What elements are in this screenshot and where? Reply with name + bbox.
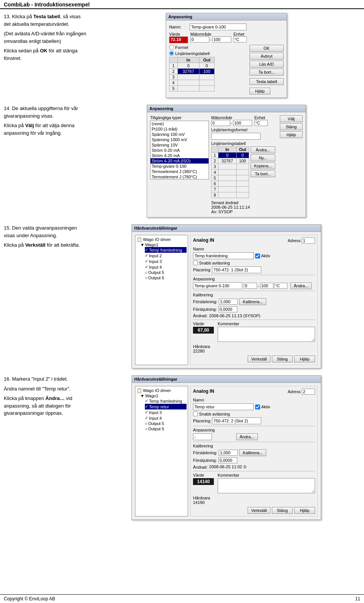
tree-item-16[interactable]: ✓ Input 4 bbox=[145, 415, 187, 421]
tree-item-16[interactable]: ○ Output 6 bbox=[145, 426, 187, 431]
tree-item-selected-15[interactable]: ✓ Temp framledning bbox=[145, 247, 187, 253]
unit-15[interactable] bbox=[274, 283, 287, 289]
dialog-titlebar-14: Anpassning bbox=[147, 105, 306, 112]
tree-item-15[interactable]: ○ Output 6 bbox=[145, 275, 187, 280]
kopiera-button-14[interactable]: Kopiera... bbox=[251, 162, 275, 169]
aktiv-check-16[interactable]: Aktiv bbox=[255, 405, 270, 409]
list-item[interactable]: Spänning 100 mV bbox=[151, 132, 209, 137]
list-item-selected[interactable]: Ström 4-20 mA (ISO) bbox=[151, 158, 209, 164]
placering-input-15[interactable] bbox=[212, 266, 261, 273]
anpassning-input-15[interactable] bbox=[193, 282, 242, 289]
step-14-para1: 14. De aktuella uppgifterna för vår giva… bbox=[4, 105, 87, 120]
forstark-input-16[interactable] bbox=[219, 450, 238, 456]
unit-input-13[interactable] bbox=[234, 36, 247, 43]
kalibrera-button-16[interactable]: Kalibrera... bbox=[239, 449, 266, 456]
table-row: 100 bbox=[169, 63, 215, 69]
lin-formel-input-14[interactable] bbox=[211, 133, 260, 140]
las-ad-button-13[interactable]: Läs A/D bbox=[249, 61, 284, 68]
type-listbox-14[interactable]: (none) Pt100 (1-tråd) Spänning 100 mV Sp… bbox=[150, 121, 209, 179]
table-row: 3 bbox=[169, 74, 215, 80]
naam-row-15: Namn bbox=[193, 247, 315, 251]
tree-item-15[interactable]: ✓ Input 4 bbox=[145, 264, 187, 270]
list-item[interactable]: Termoelement J (780°C) bbox=[151, 174, 209, 179]
hjalp-button-14[interactable]: Hjälp bbox=[280, 131, 303, 138]
snabb-check-16[interactable]: Snabb avläsning bbox=[193, 411, 230, 416]
avbryt-button-13[interactable]: Avbryt bbox=[249, 53, 284, 60]
ok-button-13[interactable]: OK bbox=[249, 45, 284, 52]
list-item[interactable]: Spänning 1000 mV bbox=[151, 137, 209, 142]
tree-item-15[interactable]: ✓ Input 3 bbox=[145, 258, 187, 264]
stang-button-14[interactable]: Stäng bbox=[280, 123, 303, 130]
adress-input-16[interactable] bbox=[302, 389, 315, 395]
middle-col-14: Mätområde - Enhet bbox=[211, 115, 278, 214]
range-to-15[interactable] bbox=[260, 283, 273, 289]
tree-item-16[interactable]: ✓ Temp framledning bbox=[145, 398, 187, 404]
tree-item-15[interactable]: ✓ Input 2 bbox=[145, 253, 187, 258]
placering-input-16[interactable] bbox=[212, 417, 261, 424]
adress-input-15[interactable] bbox=[302, 238, 315, 244]
dialog-hardvaru-15: Hårdvaruinställningar 📋 Wago IO driver ▼… bbox=[132, 224, 321, 368]
tabort-button-13[interactable]: Ta bort... bbox=[249, 69, 284, 76]
check-icon: ✓ bbox=[145, 410, 148, 415]
tree-item-16[interactable]: ✓ Input 3 bbox=[145, 409, 187, 415]
verkstall-button-16[interactable]: Verkställ bbox=[248, 507, 270, 514]
range-from-15[interactable] bbox=[244, 283, 257, 289]
list-item[interactable]: Spänning 10V bbox=[151, 142, 209, 148]
tree-item-15[interactable]: ○ Output 5 bbox=[145, 270, 187, 275]
name-input-13[interactable] bbox=[190, 24, 246, 30]
hjalp-button-16[interactable]: Hjälp bbox=[294, 507, 315, 514]
verkstall-button-15[interactable]: Verkställ bbox=[248, 356, 270, 362]
tree-item-16[interactable]: ○ Output 5 bbox=[145, 421, 187, 426]
hjalp-button-15[interactable]: Hjälp bbox=[294, 356, 315, 362]
testa-button-13[interactable]: Testa tabell bbox=[249, 78, 284, 85]
forskjut-input-15[interactable] bbox=[218, 306, 237, 312]
anpassning-input-16[interactable] bbox=[193, 433, 212, 440]
valj-button-14[interactable]: Välj bbox=[280, 115, 303, 122]
naam-input-16[interactable] bbox=[193, 403, 254, 410]
kommentar-textarea-15[interactable] bbox=[218, 327, 315, 342]
andra-button-15[interactable]: Ändra... bbox=[290, 282, 312, 289]
table-row: 3 bbox=[212, 164, 249, 170]
aktiv-check-15[interactable]: Aktiv bbox=[255, 253, 270, 258]
senast-andrad-14: Senast ändrad 2008-06-25 11:11:14 Av: SY… bbox=[211, 200, 278, 214]
andra-button-14[interactable]: Ändra... bbox=[251, 146, 275, 153]
andra-button-16[interactable]: Ändra... bbox=[236, 433, 258, 440]
list-item[interactable]: Ström 4-20 mA bbox=[151, 153, 209, 158]
left-panel-13: Formel Linjäriseringstabell In bbox=[169, 45, 246, 94]
dialog-anpassning-13: Anpassning Namn: Värde 72.10 Mätområde bbox=[166, 13, 287, 98]
hjalp-button-13[interactable]: Hjälp bbox=[249, 88, 270, 94]
list-item[interactable]: Ström 0-20 mA bbox=[151, 148, 209, 153]
list-item[interactable]: Temp-givare 0-100 bbox=[151, 164, 209, 169]
check-icon: ✓ bbox=[145, 253, 148, 258]
section-16-text: 16. Markera "Input 2" i trädet. Ändra na… bbox=[4, 375, 87, 520]
bottom-buttons-16: Verkställ Stäng Hjälp bbox=[193, 507, 315, 514]
naam-input-15[interactable] bbox=[193, 252, 254, 259]
tree-view-16: 📋 Wago IO driver ▼ Wago1 ✓ Te bbox=[135, 386, 188, 516]
stang-button-15[interactable]: Stäng bbox=[272, 356, 293, 362]
stang-button-16[interactable]: Stäng bbox=[272, 507, 293, 514]
unit-input-14[interactable] bbox=[254, 120, 268, 126]
value-display-13: 72.10 bbox=[169, 36, 188, 43]
linjering-radio-13[interactable]: Linjäriseringstabell bbox=[169, 51, 246, 56]
dialog-body-16: 📋 Wago IO driver ▼ Wago1 ✓ Te bbox=[132, 383, 321, 520]
list-item[interactable]: Termoelement J (380°C) bbox=[151, 169, 209, 174]
arrow-icon: ○ bbox=[145, 276, 147, 280]
forstark-input-15[interactable] bbox=[219, 299, 238, 305]
list-item[interactable]: (none) bbox=[151, 121, 209, 126]
range-from-14[interactable] bbox=[211, 120, 230, 126]
forskjut-input-16[interactable] bbox=[218, 457, 237, 463]
kalibrera-button-15[interactable]: Kalibrera... bbox=[239, 298, 266, 305]
page-footer: Copyright © EnviLoop AB 11 bbox=[0, 594, 364, 603]
range-from-13[interactable] bbox=[190, 36, 209, 43]
ny-button-14[interactable]: Ny... bbox=[251, 154, 275, 161]
value-col-13: Värde 72.10 bbox=[169, 32, 188, 43]
range-to-14[interactable] bbox=[233, 120, 252, 126]
range-to-13[interactable] bbox=[212, 36, 231, 43]
tree-item-selected-16[interactable]: ✓ Temp retur bbox=[145, 404, 187, 409]
list-item[interactable]: Pt100 (1-tråd) bbox=[151, 126, 209, 132]
tabort-button-14[interactable]: Ta bort... bbox=[251, 170, 275, 177]
formel-radio-13[interactable]: Formel bbox=[169, 45, 246, 50]
kommentar-textarea-16[interactable] bbox=[218, 478, 315, 493]
snabb-check-15[interactable]: Snabb avläsning bbox=[193, 260, 230, 265]
arrow-icon: ○ bbox=[145, 427, 147, 431]
